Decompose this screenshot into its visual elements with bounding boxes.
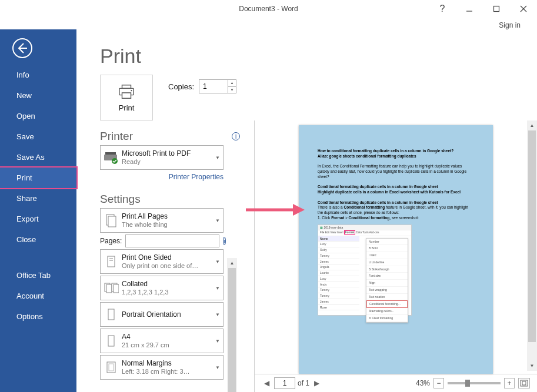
sidebar-item-save[interactable]: Save: [0, 126, 76, 147]
preview-footer: ◀ of 1 ▶ 43% − +: [255, 374, 537, 392]
sidebar-item-options[interactable]: Options: [0, 306, 76, 327]
printer-info-icon[interactable]: i: [232, 132, 240, 140]
pages-icon: [101, 213, 122, 227]
chevron-down-icon: ▼: [212, 155, 223, 160]
setting-collation[interactable]: Collated1,2,3 1,2,3 1,2,3 ▼: [100, 276, 224, 300]
window-title: Document3 - Word: [239, 5, 298, 13]
maximize-button[interactable]: [483, 0, 510, 18]
svg-rect-8: [122, 92, 131, 98]
printer-properties-link[interactable]: Printer Properties: [169, 173, 224, 181]
chevron-down-icon: ▼: [212, 312, 223, 317]
setting-print-range[interactable]: Print All PagesThe whole thing ▼: [100, 208, 224, 233]
sidebar-item-officetab[interactable]: Office Tab: [0, 265, 76, 286]
preview-scrollbar[interactable]: ▲ ▼: [527, 120, 537, 371]
svg-rect-19: [106, 284, 112, 293]
setting-orientation[interactable]: Portrait Orientation ▼: [100, 302, 224, 327]
chevron-down-icon: ▼: [212, 365, 223, 370]
sidebar-item-print[interactable]: Print: [0, 166, 78, 189]
copies-label: Copies:: [168, 82, 194, 91]
backstage-content: Print Print Copies: ▲▼ Printer i: [76, 29, 537, 392]
printer-heading: Printer: [100, 130, 133, 143]
setting-sides[interactable]: Print One SidedOnly print on one side of…: [100, 249, 224, 274]
sidebar-item-export[interactable]: Export: [0, 209, 76, 229]
pages-label: Pages:: [100, 237, 122, 245]
printer-status: Ready: [122, 158, 212, 166]
page-number-input[interactable]: [274, 377, 295, 389]
scroll-up[interactable]: ▲: [227, 258, 237, 268]
sidebar-item-open[interactable]: Open: [0, 106, 76, 126]
chevron-down-icon: ▼: [212, 286, 223, 291]
page-size-icon: [101, 334, 122, 348]
close-button[interactable]: [510, 0, 537, 18]
zoom-in-button[interactable]: +: [504, 378, 515, 388]
svg-rect-15: [108, 256, 115, 267]
svg-rect-23: [108, 336, 114, 346]
sidebar-item-close[interactable]: Close: [0, 229, 76, 250]
copies-up[interactable]: ▲: [228, 80, 236, 87]
titlebar: Document3 - Word ?: [0, 0, 537, 18]
settings-scrollbar[interactable]: ▲ ▼: [227, 258, 237, 392]
copies-down[interactable]: ▼: [228, 87, 236, 93]
one-sided-icon: [101, 254, 122, 269]
minimize-button[interactable]: [456, 0, 483, 18]
zoom-level: 43%: [416, 379, 430, 387]
zoom-slider-handle[interactable]: [465, 380, 470, 387]
sidebar-item-share[interactable]: Share: [0, 188, 76, 209]
portrait-icon: [101, 307, 122, 321]
page-total: of 1: [298, 379, 309, 387]
zoom-slider[interactable]: [448, 382, 501, 384]
svg-rect-1: [494, 6, 499, 12]
svg-point-9: [131, 90, 132, 91]
print-action-button[interactable]: Print: [100, 75, 153, 120]
help-button[interactable]: ?: [429, 0, 456, 18]
scroll-thumb[interactable]: [528, 130, 536, 342]
print-button-label: Print: [119, 103, 135, 112]
printer-icon: [118, 83, 135, 100]
chevron-down-icon: ▼: [212, 218, 223, 223]
preview-page: How to conditional formatting duplicate …: [299, 125, 493, 374]
backstage-sidebar: Info New Open Save Save As Print Share E…: [0, 29, 76, 392]
chevron-down-icon: ▼: [212, 339, 223, 344]
fit-to-page-button[interactable]: [518, 378, 530, 388]
printer-ready-icon: [101, 150, 122, 165]
next-page-button[interactable]: ▶: [312, 379, 322, 387]
svg-rect-21: [114, 284, 119, 293]
scroll-down[interactable]: ▼: [527, 361, 537, 371]
prev-page-button[interactable]: ◀: [262, 379, 272, 387]
svg-rect-27: [522, 381, 526, 385]
signin-link[interactable]: Sign in: [499, 21, 521, 29]
setting-paper-size[interactable]: A421 cm x 29.7 cm ▼: [100, 329, 224, 353]
setting-margins[interactable]: Normal MarginsLeft: 3.18 cm Right: 3… ▼: [100, 355, 224, 380]
zoom-out-button[interactable]: −: [433, 378, 444, 388]
page-heading: Print: [100, 45, 537, 68]
svg-rect-14: [108, 216, 116, 227]
sidebar-item-info[interactable]: Info: [0, 65, 76, 85]
embedded-screenshot: ▦ 2018-mar-data File Edit View Insert Fo…: [318, 225, 412, 316]
sidebar-item-saveas[interactable]: Save As: [0, 147, 76, 167]
back-button[interactable]: [11, 36, 34, 60]
print-preview: ▲ ▼ How to conditional formatting duplic…: [254, 120, 537, 392]
sidebar-item-new[interactable]: New: [0, 85, 76, 106]
margins-icon: [101, 360, 122, 374]
scroll-up[interactable]: ▲: [527, 120, 537, 130]
scroll-thumb[interactable]: [228, 268, 236, 392]
pages-input[interactable]: [125, 234, 219, 247]
document-content: How to conditional formatting duplicate …: [318, 149, 474, 316]
printer-dropdown[interactable]: Microsoft Print to PDF Ready ▼: [100, 145, 224, 170]
collated-icon: [101, 281, 122, 295]
pages-info-icon[interactable]: i: [223, 237, 225, 245]
settings-heading: Settings: [100, 193, 141, 206]
chevron-down-icon: ▼: [212, 259, 223, 264]
window-controls: ?: [429, 0, 537, 18]
svg-rect-6: [122, 85, 131, 88]
printer-name: Microsoft Print to PDF: [122, 149, 212, 158]
svg-rect-22: [108, 309, 114, 320]
sidebar-item-account[interactable]: Account: [0, 286, 76, 306]
